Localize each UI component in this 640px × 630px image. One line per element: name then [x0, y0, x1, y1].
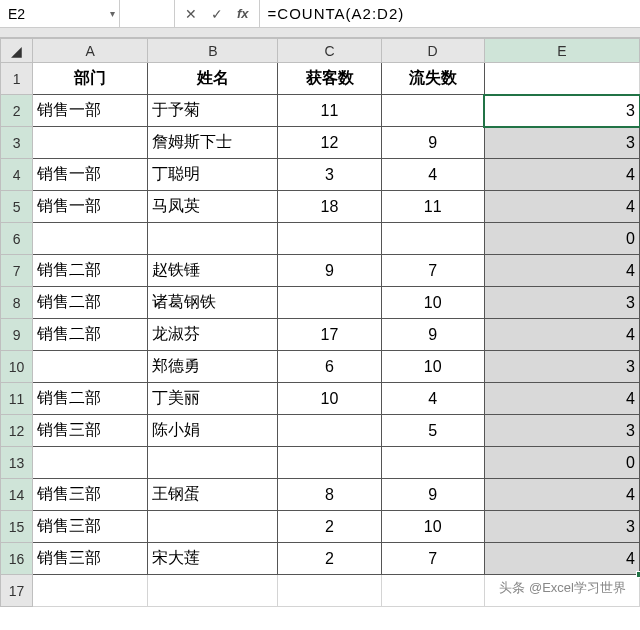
- row-header[interactable]: 6: [1, 223, 33, 255]
- row-header[interactable]: 2: [1, 95, 33, 127]
- cell[interactable]: 4: [484, 319, 639, 351]
- cell[interactable]: 10: [381, 287, 484, 319]
- cell[interactable]: 2: [278, 543, 381, 575]
- cell[interactable]: [278, 287, 381, 319]
- cell[interactable]: [148, 447, 278, 479]
- cell[interactable]: 获客数: [278, 63, 381, 95]
- cell[interactable]: 宋大莲: [148, 543, 278, 575]
- cell[interactable]: 3: [484, 351, 639, 383]
- row-header[interactable]: 8: [1, 287, 33, 319]
- cell[interactable]: 8: [278, 479, 381, 511]
- cell[interactable]: 郑德勇: [148, 351, 278, 383]
- cell[interactable]: 4: [484, 479, 639, 511]
- cell[interactable]: [33, 223, 148, 255]
- cell[interactable]: [381, 95, 484, 127]
- cell[interactable]: [484, 63, 639, 95]
- row-header[interactable]: 10: [1, 351, 33, 383]
- cell[interactable]: 马凤英: [148, 191, 278, 223]
- cell[interactable]: 4: [484, 159, 639, 191]
- cell[interactable]: 4: [484, 543, 639, 575]
- cell[interactable]: 6: [278, 351, 381, 383]
- confirm-icon[interactable]: ✓: [211, 6, 223, 22]
- row-header[interactable]: 3: [1, 127, 33, 159]
- row-header[interactable]: 14: [1, 479, 33, 511]
- cell[interactable]: 4: [484, 255, 639, 287]
- cell[interactable]: 销售三部: [33, 543, 148, 575]
- row-header[interactable]: 13: [1, 447, 33, 479]
- cancel-icon[interactable]: ✕: [185, 6, 197, 22]
- cell[interactable]: [148, 575, 278, 607]
- cell[interactable]: [278, 447, 381, 479]
- cell[interactable]: 4: [381, 159, 484, 191]
- cell[interactable]: 销售一部: [33, 159, 148, 191]
- cell[interactable]: 部门: [33, 63, 148, 95]
- name-box[interactable]: E2 ▾: [0, 0, 120, 27]
- cell[interactable]: 9: [381, 127, 484, 159]
- cell[interactable]: 4: [484, 383, 639, 415]
- select-all-corner[interactable]: ◢: [1, 39, 33, 63]
- cell[interactable]: 10: [381, 351, 484, 383]
- cell[interactable]: 3: [484, 415, 639, 447]
- cell[interactable]: [278, 415, 381, 447]
- row-header[interactable]: 4: [1, 159, 33, 191]
- cell[interactable]: 3: [484, 511, 639, 543]
- cell[interactable]: [381, 223, 484, 255]
- cell[interactable]: [33, 575, 148, 607]
- chevron-down-icon[interactable]: ▾: [110, 8, 115, 19]
- cell[interactable]: 9: [278, 255, 381, 287]
- col-header-b[interactable]: B: [148, 39, 278, 63]
- cell[interactable]: 3: [484, 127, 639, 159]
- cell[interactable]: 销售二部: [33, 383, 148, 415]
- cell[interactable]: 0: [484, 223, 639, 255]
- col-header-c[interactable]: C: [278, 39, 381, 63]
- cell[interactable]: [33, 351, 148, 383]
- cell[interactable]: 17: [278, 319, 381, 351]
- cell[interactable]: 3: [484, 287, 639, 319]
- cell[interactable]: 于予菊: [148, 95, 278, 127]
- cell[interactable]: 陈小娟: [148, 415, 278, 447]
- cell[interactable]: 9: [381, 479, 484, 511]
- cell[interactable]: 王钢蛋: [148, 479, 278, 511]
- cell[interactable]: 7: [381, 255, 484, 287]
- cell[interactable]: 18: [278, 191, 381, 223]
- cell[interactable]: 销售一部: [33, 95, 148, 127]
- cell[interactable]: 姓名: [148, 63, 278, 95]
- spreadsheet-grid[interactable]: ◢ A B C D E 1 部门 姓名 获客数 流失数 2 销售一部 于予菊 1…: [0, 38, 640, 607]
- cell[interactable]: 4: [484, 191, 639, 223]
- cell[interactable]: 销售一部: [33, 191, 148, 223]
- cell[interactable]: [278, 575, 381, 607]
- cell[interactable]: 销售二部: [33, 319, 148, 351]
- cell[interactable]: 7: [381, 543, 484, 575]
- cell[interactable]: 销售三部: [33, 415, 148, 447]
- active-cell[interactable]: 3: [484, 95, 639, 127]
- row-header[interactable]: 17: [1, 575, 33, 607]
- cell[interactable]: 丁美丽: [148, 383, 278, 415]
- cell[interactable]: [148, 511, 278, 543]
- cell[interactable]: 10: [278, 383, 381, 415]
- row-header[interactable]: 5: [1, 191, 33, 223]
- row-header[interactable]: 7: [1, 255, 33, 287]
- row-header[interactable]: 16: [1, 543, 33, 575]
- cell[interactable]: 4: [381, 383, 484, 415]
- cell[interactable]: 丁聪明: [148, 159, 278, 191]
- col-header-e[interactable]: E: [484, 39, 639, 63]
- cell[interactable]: 2: [278, 511, 381, 543]
- cell[interactable]: 0: [484, 447, 639, 479]
- fill-handle[interactable]: [636, 571, 641, 578]
- cell[interactable]: 5: [381, 415, 484, 447]
- row-header[interactable]: 11: [1, 383, 33, 415]
- cell[interactable]: 詹姆斯下士: [148, 127, 278, 159]
- row-header[interactable]: 12: [1, 415, 33, 447]
- row-header[interactable]: 9: [1, 319, 33, 351]
- cell[interactable]: 11: [381, 191, 484, 223]
- row-header[interactable]: 15: [1, 511, 33, 543]
- cell[interactable]: 11: [278, 95, 381, 127]
- formula-input[interactable]: =COUNTA(A2:D2): [260, 0, 640, 27]
- cell[interactable]: 10: [381, 511, 484, 543]
- cell[interactable]: [278, 223, 381, 255]
- cell[interactable]: [381, 575, 484, 607]
- cell[interactable]: 龙淑芬: [148, 319, 278, 351]
- col-header-d[interactable]: D: [381, 39, 484, 63]
- cell[interactable]: [33, 127, 148, 159]
- row-header[interactable]: 1: [1, 63, 33, 95]
